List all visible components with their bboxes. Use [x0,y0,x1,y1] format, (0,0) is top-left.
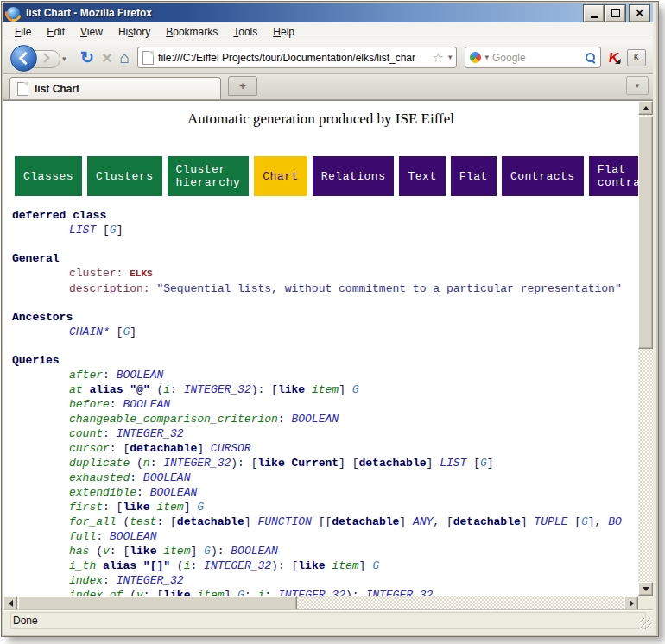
title-bar[interactable]: list Chart - Mozilla Firefox ✕ [3,3,653,22]
page-viewport: Automatic generation produced by ISE Eif… [3,101,638,596]
reload-button[interactable]: ↻ [80,49,94,66]
code-line: after: BOOLEAN [3,368,638,382]
code-line: Queries [3,353,638,368]
arrow-up-icon [643,103,649,110]
search-icon[interactable] [585,52,596,63]
code-line: CHAIN* [G] [3,325,638,339]
minimize-icon [591,16,598,18]
page-banner: Automatic generation produced by ISE Eif… [3,110,638,128]
firefox-icon [7,7,20,20]
nav-button-classes[interactable]: Classes [15,156,82,196]
status-bar: Done [3,609,653,631]
search-input[interactable]: Google [492,52,581,64]
code-line: first: [like item] G [3,500,638,515]
home-button[interactable]: ⌂ [120,49,130,66]
google-icon [470,52,481,63]
navigation-toolbar: ▾ ↻ × ⌂ file:///C:/Eiffel Projects/tour/… [3,41,653,74]
maximize-icon [611,9,620,17]
menu-item-file[interactable]: File [7,23,39,41]
nav-button-row: ClassesClustersClusterhierarchyChartRela… [15,156,638,196]
blank-line [3,339,638,353]
stop-button[interactable]: × [102,49,112,66]
chevron-down-icon: ▾ [636,82,640,90]
code-line: deferred class [3,208,638,223]
scrollbar-corner [638,596,653,610]
tab-page-icon [17,82,28,96]
code-line: i_th alias "[]" (i: INTEGER_32): [like i… [3,559,638,573]
document-body: deferred classLIST [G]Generalcluster: EL… [3,208,638,596]
horizontal-scroll-thumb[interactable] [18,596,297,610]
k-toolbar-button[interactable]: K [627,49,646,66]
history-dropdown-icon[interactable]: ▾ [62,55,66,63]
tab-bar: list Chart + ▾ [3,74,653,100]
code-line: exhausted: BOOLEAN [3,470,638,485]
blank-line [3,237,638,251]
vertical-scroll-thumb[interactable] [638,116,653,349]
scroll-down-button[interactable] [638,582,653,596]
browser-content-area: Automatic generation produced by ISE Eif… [3,100,653,609]
search-box[interactable]: ▾ Google [465,47,601,68]
scroll-up-button[interactable] [638,101,653,115]
status-text: Done [10,612,646,629]
arrow-down-icon [643,587,649,595]
code-line: at alias "@" (i: INTEGER_32): [like item… [3,382,638,397]
nav-button-relations[interactable]: Relations [313,156,395,196]
bookmark-star-icon[interactable]: ☆ [432,50,443,66]
code-line: Ancestors [3,310,638,325]
nav-button-text[interactable]: Text [399,156,445,196]
code-line: index_of (v: [like item] G; i: INTEGER_3… [3,588,638,596]
code-line: before: BOOLEAN [3,397,638,412]
close-icon: ✕ [636,9,643,18]
code-line: LIST [G] [3,223,638,237]
tab-title: list Chart [35,83,79,95]
menu-item-edit[interactable]: Edit [39,23,73,41]
menu-item-history[interactable]: History [111,23,158,41]
menu-bar: FileEditViewHistoryBookmarksToolsHelp [3,22,653,41]
code-line: full: BOOLEAN [3,529,638,544]
kaspersky-icon[interactable]: K [608,50,620,66]
back-button[interactable] [10,45,37,72]
code-line: index: INTEGER_32 [3,573,638,588]
resize-grip[interactable] [640,618,651,629]
code-line: has (v: [like item] G): BOOLEAN [3,544,638,559]
window-title: list Chart - Mozilla Firefox [26,7,584,19]
vertical-scrollbar[interactable] [638,101,653,596]
nav-button-clusters[interactable]: Clusters [87,156,162,196]
url-dropdown-icon[interactable]: ▾ [448,54,453,61]
url-input[interactable]: file:///C:/Eiffel Projects/tour/Document… [158,52,428,64]
back-icon [18,51,32,65]
nav-button-contracts[interactable]: Contracts [502,156,584,196]
scroll-right-button[interactable] [624,596,638,610]
code-line: extendible: BOOLEAN [3,485,638,500]
code-line: description: "Sequential lists, without … [3,281,638,296]
code-line: for_all (test: [detachable] FUNCTION [[d… [3,515,638,529]
code-line: General [3,251,638,266]
address-bar[interactable]: file:///C:/Eiffel Projects/tour/Document… [137,47,457,68]
menu-item-help[interactable]: Help [265,23,302,41]
arrow-right-icon [630,600,637,607]
list-all-tabs-button[interactable]: ▾ [626,76,649,95]
new-tab-button[interactable]: + [228,76,257,96]
minimize-button[interactable] [584,5,604,22]
search-engine-dropdown-icon[interactable]: ▾ [484,54,489,61]
arrow-left-icon [5,600,13,607]
code-line: cursor: [detachable] CURSOR [3,441,638,456]
tab-list-chart[interactable]: list Chart [10,77,221,99]
nav-button-chart[interactable]: Chart [254,156,307,196]
code-line: duplicate (n: INTEGER_32): [like Current… [3,456,638,470]
code-line: count: INTEGER_32 [3,426,638,441]
maximize-button[interactable] [605,5,625,22]
menu-item-tools[interactable]: Tools [225,23,265,41]
code-line: cluster: ELKS [3,266,638,281]
nav-button-flat[interactable]: Flat [451,156,497,196]
close-button[interactable]: ✕ [630,5,649,22]
page-icon [142,51,154,65]
nav-button-flat-contracts[interactable]: Flatcontracts [589,156,638,196]
menu-item-view[interactable]: View [73,23,111,41]
nav-button-cluster-hierarchy[interactable]: Clusterhierarchy [168,156,250,196]
horizontal-scrollbar[interactable] [3,596,638,610]
code-line: changeable_comparison_criterion: BOOLEAN [3,412,638,426]
scroll-left-button[interactable] [3,596,17,610]
menu-item-bookmarks[interactable]: Bookmarks [158,23,225,41]
back-forward-group: ▾ [10,45,73,71]
